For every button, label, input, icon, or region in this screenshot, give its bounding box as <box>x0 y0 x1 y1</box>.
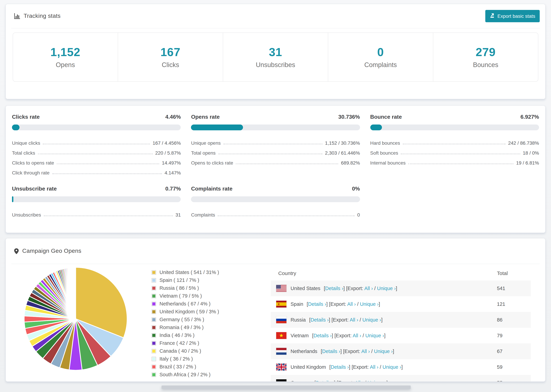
export-unique-link[interactable]: Unique › <box>360 301 379 307</box>
dotted-leader <box>44 216 173 216</box>
export-all-link[interactable]: All › <box>370 364 378 370</box>
rate-progress-bar <box>370 125 539 130</box>
rate-title: Complaints rate <box>191 186 233 192</box>
rate-detail-row: Unsubscribes 31 <box>12 209 181 219</box>
table-row: United Kingdom [Details ›] [Export: All … <box>271 359 531 375</box>
export-unique-link[interactable]: Unique › <box>367 380 386 382</box>
rate-row-label: Hard bounces <box>370 140 400 147</box>
rate-progress-bar <box>12 125 181 130</box>
rate-progress-bar <box>191 125 360 130</box>
table-row: Vietnam [Details ›] [Export: All › / Uni… <box>271 328 531 343</box>
details-link[interactable]: Details › <box>316 380 334 382</box>
legend-item: Spain ( 121 / 7% ) <box>152 277 271 283</box>
details-link[interactable]: Details › <box>331 364 349 370</box>
country-total: 121 <box>497 301 531 307</box>
rate-block: Unsubscribe rate 0.77% Unsubscribes 31 <box>12 186 181 219</box>
export-all-link[interactable]: All › <box>355 380 363 382</box>
export-all-link[interactable]: All › <box>364 286 373 291</box>
export-unique-link[interactable]: Unique › <box>374 349 393 354</box>
dashboard-page: Tracking stats Export basic stats 1,152 … <box>0 0 551 392</box>
flag-germany-icon <box>276 379 286 382</box>
dotted-leader <box>403 144 505 144</box>
legend-item: Canada ( 40 / 2% ) <box>152 348 271 354</box>
rate-row-value: 689.82% <box>341 160 360 167</box>
legend-swatch <box>152 294 156 298</box>
rate-row-value: 167 / 4.456% <box>153 140 181 147</box>
country-total: 59 <box>497 364 531 370</box>
export-all-link[interactable]: All › <box>347 301 356 307</box>
legend-label: France ( 42 / 2% ) <box>160 340 199 346</box>
country-total: 67 <box>497 349 531 354</box>
stat-value: 1,152 <box>50 45 80 59</box>
rate-block: Opens rate 30.736% Unique opens 1,152 / … <box>191 114 360 177</box>
details-link[interactable]: Details › <box>311 317 329 322</box>
rate-row-value: 14.497% <box>162 160 181 167</box>
rate-row-label: Clicks to opens rate <box>12 160 54 167</box>
rate-detail-rows: Unsubscribes 31 <box>12 209 181 219</box>
flag-netherlands-icon <box>276 348 286 355</box>
legend-swatch <box>152 325 156 329</box>
export-all-link[interactable]: All › <box>353 333 361 338</box>
geo-card-header: Campaign Geo Opens <box>6 238 545 264</box>
export-basic-stats-button[interactable]: Export basic stats <box>485 10 540 22</box>
export-unique-link[interactable]: Unique › <box>365 333 384 338</box>
horizontal-scrollbar[interactable] <box>162 385 411 389</box>
export-unique-link[interactable]: Unique › <box>362 317 381 322</box>
legend-swatch <box>152 301 156 306</box>
rate-detail-row: Internal bounces 19 / 6.81% <box>370 157 539 167</box>
export-unique-link[interactable]: Unique › <box>383 364 402 370</box>
header-divider <box>11 28 540 28</box>
stat-label: Complaints <box>364 61 397 69</box>
country-name: Netherlands <box>290 349 319 354</box>
legend-label: India ( 46 / 3% ) <box>160 332 195 338</box>
rate-progress-bar <box>12 196 181 202</box>
legend-item: United Kingdom ( 59 / 3% ) <box>152 309 271 314</box>
geo-table-body: United States [Details ›] [Export: All ›… <box>271 280 531 382</box>
rate-row-value: 31 <box>176 212 181 219</box>
rate-detail-row: Total opens 2,303 / 61.446% <box>191 147 360 157</box>
dotted-leader <box>218 216 354 216</box>
flag-united-states-icon <box>276 285 286 292</box>
details-link[interactable]: Details › <box>325 286 343 291</box>
legend-label: Canada ( 40 / 2% ) <box>160 348 201 354</box>
details-link[interactable]: Details › <box>322 349 340 354</box>
rate-progress-fill <box>370 125 382 130</box>
rate-detail-rows: Complaints 0 <box>191 209 360 219</box>
rate-progress-fill <box>191 125 243 130</box>
table-row: Spain [Details ›] [Export: All › / Uniqu… <box>271 296 531 312</box>
rate-row-value: 18 / 0% <box>523 150 539 157</box>
country-column-header: Country <box>278 270 497 276</box>
country-total: 541 <box>497 286 531 291</box>
legend-item: South Africa ( 29 / 2% ) <box>152 372 271 377</box>
legend-item: United States ( 541 / 31% ) <box>152 270 271 275</box>
details-link[interactable]: Details › <box>308 301 326 307</box>
dotted-leader <box>38 154 152 154</box>
flag-russia-icon <box>276 316 286 323</box>
rate-row-label: Internal bounces <box>370 160 406 167</box>
stat-value: 167 <box>161 45 180 59</box>
export-unique-link[interactable]: Unique › <box>377 286 396 291</box>
export-label: Export: <box>336 333 352 338</box>
details-link[interactable]: Details › <box>313 333 332 338</box>
rate-block: Bounce rate 6.927% Hard bounces 242 / 86… <box>370 114 539 177</box>
legend-swatch <box>152 317 156 322</box>
geo-pie-chart[interactable] <box>24 267 128 371</box>
table-row: Russia [Details ›] [Export: All › / Uniq… <box>271 312 531 328</box>
rate-row-label: Soft bounces <box>370 150 398 157</box>
country-name: Spain <box>290 301 304 307</box>
rate-title: Unsubscribe rate <box>12 186 57 192</box>
legend-item: India ( 46 / 3% ) <box>152 332 271 338</box>
export-label: Export: <box>347 286 363 291</box>
stat-cell: 167 Clicks <box>118 33 223 81</box>
table-row: Germany [Details ›] [Export: All › / Uni… <box>271 375 531 382</box>
rate-value: 0.77% <box>165 186 181 192</box>
export-button-label: Export basic stats <box>497 13 535 19</box>
country-name: Germany <box>290 380 312 382</box>
export-all-link[interactable]: All › <box>361 349 370 354</box>
rate-row-label: Complaints <box>191 212 215 219</box>
export-label: Export: <box>333 317 349 322</box>
export-all-link[interactable]: All › <box>350 317 358 322</box>
legend-label: Vietnam ( 79 / 5% ) <box>160 293 202 299</box>
dotted-leader <box>43 144 150 144</box>
rate-row-label: Opens to clicks rate <box>191 160 233 167</box>
